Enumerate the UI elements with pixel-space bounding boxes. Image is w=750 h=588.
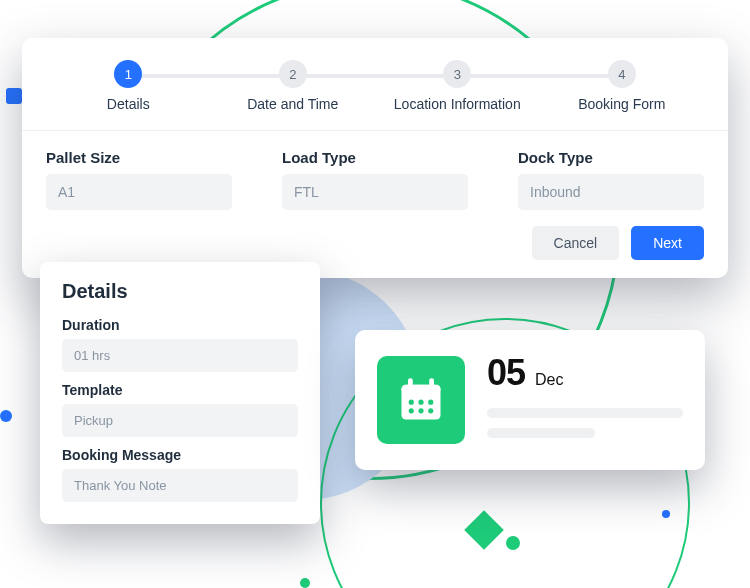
- step-date-and-time[interactable]: 2 Date and Time: [211, 60, 376, 112]
- decorative-dot: [662, 510, 670, 518]
- field-load-type: Load Type: [282, 149, 468, 210]
- wizard-actions: Cancel Next: [46, 226, 704, 260]
- date-card: 05 Dec: [355, 330, 705, 470]
- stepper: 1 Details 2 Date and Time 3 Location Inf…: [46, 60, 704, 112]
- svg-point-8: [418, 408, 423, 413]
- details-title: Details: [62, 280, 298, 303]
- dock-type-input[interactable]: [518, 174, 704, 210]
- step-location-information[interactable]: 3 Location Information: [375, 60, 540, 112]
- wizard-card: 1 Details 2 Date and Time 3 Location Inf…: [22, 38, 728, 278]
- duration-input[interactable]: [62, 339, 298, 372]
- date-day: 05: [487, 352, 525, 394]
- field-label: Duration: [62, 317, 298, 333]
- step-label: Booking Form: [578, 96, 665, 112]
- decorative-dot: [6, 88, 22, 104]
- field-label: Load Type: [282, 149, 468, 166]
- step-booking-form[interactable]: 4 Booking Form: [540, 60, 705, 112]
- decorative-dot: [300, 578, 310, 588]
- date-display: 05 Dec: [487, 352, 683, 394]
- step-number: 4: [608, 60, 636, 88]
- template-input[interactable]: [62, 404, 298, 437]
- step-label: Location Information: [394, 96, 521, 112]
- svg-rect-3: [429, 378, 434, 389]
- step-number: 2: [279, 60, 307, 88]
- svg-point-9: [428, 408, 433, 413]
- pallet-size-input[interactable]: [46, 174, 232, 210]
- step-connector: [293, 74, 458, 78]
- details-card: Details Duration Template Booking Messag…: [40, 262, 320, 524]
- calendar-icon: [377, 356, 465, 444]
- field-label: Booking Message: [62, 447, 298, 463]
- step-connector: [457, 74, 622, 78]
- field-dock-type: Dock Type: [518, 149, 704, 210]
- decorative-dot: [506, 536, 520, 550]
- svg-point-4: [409, 400, 414, 405]
- step-connector: [128, 74, 293, 78]
- step-label: Details: [107, 96, 150, 112]
- skeleton-line: [487, 408, 683, 418]
- date-content: 05 Dec: [487, 352, 683, 448]
- step-number: 1: [114, 60, 142, 88]
- cancel-button[interactable]: Cancel: [532, 226, 620, 260]
- field-label: Template: [62, 382, 298, 398]
- field-label: Dock Type: [518, 149, 704, 166]
- next-button[interactable]: Next: [631, 226, 704, 260]
- booking-message-input[interactable]: [62, 469, 298, 502]
- step-label: Date and Time: [247, 96, 338, 112]
- svg-rect-2: [408, 378, 413, 389]
- date-month: Dec: [535, 371, 563, 389]
- step-details[interactable]: 1 Details: [46, 60, 211, 112]
- wizard-fields-row: Pallet Size Load Type Dock Type: [46, 149, 704, 210]
- svg-rect-1: [402, 385, 441, 394]
- svg-point-6: [428, 400, 433, 405]
- skeleton-line: [487, 428, 595, 438]
- load-type-input[interactable]: [282, 174, 468, 210]
- field-pallet-size: Pallet Size: [46, 149, 232, 210]
- svg-point-5: [418, 400, 423, 405]
- field-label: Pallet Size: [46, 149, 232, 166]
- decorative-dot: [0, 410, 12, 422]
- svg-point-7: [409, 408, 414, 413]
- step-number: 3: [443, 60, 471, 88]
- divider: [22, 130, 728, 131]
